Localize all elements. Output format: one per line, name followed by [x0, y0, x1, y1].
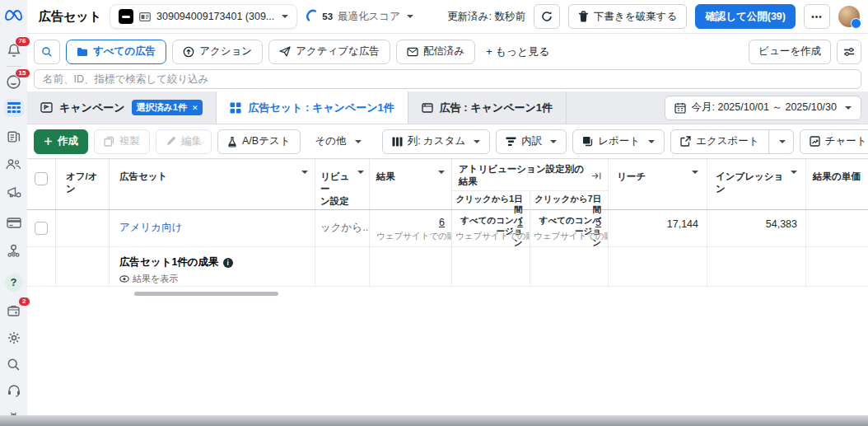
- notifications-bell-icon[interactable]: 76: [4, 41, 24, 59]
- chevron-down-icon[interactable]: [357, 171, 364, 174]
- header-cell-attribution-setting[interactable]: リビュー ン設定: [315, 159, 370, 209]
- export-label: エクスポート: [696, 134, 758, 148]
- left-sidebar: 76 15 ? 2: [0, 0, 27, 426]
- discard-draft-button[interactable]: 下書きを破棄する: [568, 4, 687, 29]
- chevron-down-icon[interactable]: [692, 171, 698, 174]
- filter-all-ads[interactable]: すべての広告: [66, 40, 166, 64]
- edit-label: 編集: [181, 134, 202, 148]
- folder-icon: [77, 47, 88, 57]
- adset-name-link[interactable]: アメリカ向け: [119, 222, 182, 233]
- columns-button[interactable]: 列: カスタム: [382, 129, 491, 154]
- ad-window-icon: [422, 103, 433, 113]
- header-cell-toggle[interactable]: オフ/オ ン: [56, 159, 110, 209]
- plus-icon: [44, 137, 53, 146]
- row-cell-reach: 17,144: [609, 210, 707, 246]
- chevron-down-icon[interactable]: [438, 171, 445, 174]
- close-icon[interactable]: ✕: [192, 104, 198, 112]
- search-input[interactable]: [34, 69, 861, 89]
- selected-count-label: 選択済み1件: [137, 101, 187, 114]
- score-value: 53: [322, 12, 333, 21]
- horizontal-scrollbar[interactable]: [134, 292, 278, 296]
- summary-cell-attr-7d: [530, 247, 609, 286]
- attribution-setting-value: ックから...: [320, 222, 370, 233]
- attr-7d-value[interactable]: 5: [534, 217, 601, 228]
- info-icon[interactable]: [223, 258, 233, 268]
- audiences-people-icon[interactable]: [4, 155, 24, 173]
- page-title: 広告セット: [39, 9, 101, 25]
- ab-test-button[interactable]: A/Bテスト: [217, 129, 301, 154]
- export-icon: [680, 136, 691, 147]
- select-all-checkbox[interactable]: [35, 172, 48, 185]
- updates-box-icon[interactable]: 2: [4, 302, 24, 320]
- business-suite-badge: 15: [15, 68, 30, 79]
- settings-gear-icon[interactable]: [4, 330, 24, 348]
- flask-icon: [227, 136, 237, 147]
- report-button[interactable]: レポート: [572, 129, 665, 154]
- results-value[interactable]: 6: [376, 217, 445, 228]
- business-suite-icon[interactable]: 15: [4, 73, 24, 91]
- view-settings-button[interactable]: [837, 40, 861, 64]
- calendar-icon: [674, 102, 686, 114]
- meta-logo-icon[interactable]: [4, 7, 24, 25]
- campaigns-table-icon[interactable]: [4, 99, 24, 117]
- refresh-icon: [541, 11, 553, 22]
- filter-see-more[interactable]: + もっと見る: [481, 44, 554, 59]
- header-cell-reach[interactable]: リーチ: [609, 159, 707, 209]
- filter-search-button[interactable]: [34, 40, 60, 64]
- show-results-link[interactable]: 結果を表示: [119, 273, 308, 285]
- create-view-button[interactable]: ビューを作成: [749, 40, 831, 64]
- header-cell-results[interactable]: 結果: [370, 159, 452, 209]
- main-content: 広告セット 309094009173401 (309... 53 最適化スコア …: [27, 0, 868, 426]
- filter-active-ads[interactable]: アクティブな広告: [268, 40, 390, 64]
- breakdown-button[interactable]: 内訳: [496, 129, 567, 154]
- billing-card-icon[interactable]: [4, 214, 24, 232]
- tab-ads[interactable]: 広告 : キャンペーン1件: [408, 91, 567, 124]
- user-avatar[interactable]: [838, 6, 860, 27]
- header-cell-impressions[interactable]: インプレッショ ン: [707, 159, 806, 209]
- publish-button[interactable]: 確認して公開(39): [695, 4, 796, 29]
- attr-1d-value[interactable]: 1: [455, 217, 523, 228]
- duplicate-button[interactable]: 複製: [94, 129, 150, 154]
- filter-actions[interactable]: アクション: [172, 40, 263, 64]
- row-checkbox[interactable]: [35, 222, 48, 235]
- optimization-score[interactable]: 53 最適化スコア: [306, 9, 413, 24]
- chevron-down-icon[interactable]: [301, 171, 308, 174]
- drafts-pages-icon[interactable]: [4, 127, 24, 145]
- events-manager-icon[interactable]: [4, 242, 24, 260]
- tab-adsets[interactable]: 広告セット : キャンペーン1件: [217, 91, 408, 124]
- chevron-down-icon: [282, 15, 288, 18]
- help-icon[interactable]: ?: [4, 274, 24, 292]
- tab-campaigns[interactable]: キャンペーン 選択済み1件 ✕: [27, 91, 217, 124]
- summary-cell-cost: [806, 247, 868, 286]
- date-range-button[interactable]: 今月: 2025/10/01 ～ 2025/10/30: [665, 96, 861, 120]
- header-cell-adset[interactable]: 広告セット: [110, 159, 315, 209]
- tab-ads-label: 広告 : キャンペーン1件: [440, 101, 553, 115]
- refresh-button[interactable]: [534, 4, 560, 29]
- ad-account-icon: [139, 12, 151, 21]
- support-headset-icon[interactable]: [4, 382, 24, 400]
- pencil-icon: [166, 136, 176, 147]
- ellipsis-icon: •••: [811, 12, 823, 21]
- header-attribution-setting-label: リビュー ン設定: [320, 171, 356, 208]
- report-bug-icon[interactable]: [4, 408, 24, 426]
- sidebar-search-icon[interactable]: [4, 355, 24, 373]
- export-button[interactable]: エクスポート: [670, 129, 768, 154]
- export-options-button[interactable]: [769, 129, 794, 154]
- edit-button[interactable]: 編集: [156, 129, 212, 154]
- filter-all-ads-label: すべての広告: [93, 44, 156, 59]
- selected-count-badge[interactable]: 選択済み1件 ✕: [132, 100, 203, 115]
- chevron-down-icon[interactable]: [791, 171, 797, 174]
- header-cost-label: 結果の単価: [813, 171, 861, 181]
- header-cell-cost-per-result[interactable]: 結果の単価: [806, 159, 868, 209]
- collapse-columns-icon[interactable]: [591, 171, 601, 180]
- more-tools-button[interactable]: その他: [306, 129, 371, 154]
- chart-button[interactable]: チャート: [800, 129, 868, 154]
- row-cell-attr-1d: 1 ウェブサイトでの購...: [452, 210, 530, 246]
- header-attribution-group-label: アトリビューション設定別の結果: [459, 163, 591, 188]
- create-button[interactable]: 作成: [34, 129, 88, 154]
- more-options-button[interactable]: •••: [804, 4, 830, 29]
- filter-delivered[interactable]: 配信済み: [396, 40, 475, 64]
- chevron-down-icon: [355, 140, 362, 143]
- account-selector[interactable]: 309094009173401 (309...: [110, 4, 297, 29]
- ads-megaphone-icon[interactable]: [4, 183, 24, 201]
